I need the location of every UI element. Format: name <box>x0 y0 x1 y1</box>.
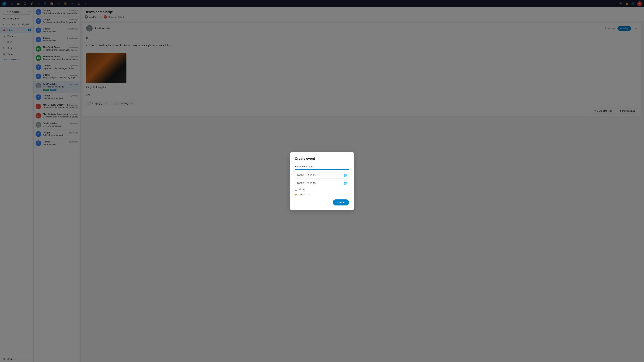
start-datetime-input[interactable] <box>297 174 342 177</box>
all-day-label: All day <box>298 188 306 191</box>
timezone-icon: 🌐 <box>344 182 347 185</box>
calendar-select[interactable]: Personal Work <box>298 193 311 196</box>
all-day-row: All day <box>295 188 349 191</box>
calendar-color-dot <box>295 194 297 196</box>
modal-actions: Create <box>295 199 349 205</box>
all-day-checkbox[interactable] <box>295 188 297 191</box>
event-name-input[interactable] <box>295 164 349 170</box>
modal-title: Create event <box>295 157 349 161</box>
start-datetime-row: 🌐 <box>295 172 349 178</box>
create-event-modal: Create event 🌐 🌐 All day Personal Work C… <box>290 152 354 210</box>
timezone-icon: 🌐 <box>344 174 347 177</box>
calendar-row: Personal Work <box>295 193 349 196</box>
create-event-button[interactable]: Create <box>333 199 349 205</box>
modal-overlay[interactable]: Create event 🌐 🌐 All day Personal Work C… <box>0 0 644 362</box>
end-datetime-row: 🌐 <box>295 180 349 186</box>
end-datetime-input[interactable] <box>297 182 342 185</box>
